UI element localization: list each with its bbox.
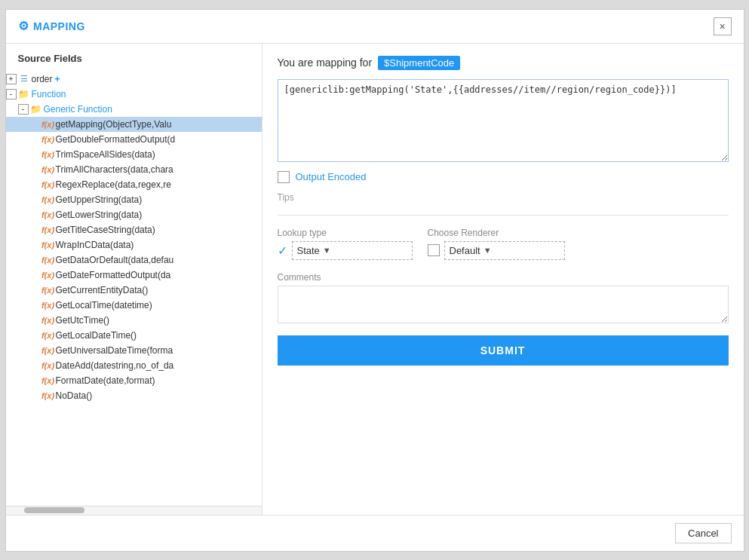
tree-label-function: Function <box>32 89 66 99</box>
modal-overlay: ⚙ MAPPING × Source Fields +☰order+-📁Func… <box>0 0 749 560</box>
tree-label-getLocalTime: GetLocalTime(datetime) <box>56 300 152 311</box>
tree-item-getCurrentEntityData[interactable]: f(x)GetCurrentEntityData() <box>6 283 262 298</box>
tree-item-getDateFormattedOutput[interactable]: f(x)GetDateFormattedOutput(da <box>6 268 262 283</box>
horizontal-scrollbar[interactable] <box>6 506 262 515</box>
comments-section: Comments <box>278 272 729 323</box>
tree-item-getMapping[interactable]: f(x)getMapping(ObjectType,Valu <box>6 117 262 132</box>
tree-item-generic-function[interactable]: -📁Generic Function <box>6 102 262 117</box>
submit-button[interactable]: SUBMIT <box>278 335 729 366</box>
tree-label-getCurrentEntityData: GetCurrentEntityData() <box>56 285 149 295</box>
tree-label-generic-function: Generic Function <box>44 104 112 115</box>
renderer-select[interactable]: Default ▼ <box>444 241 565 260</box>
output-encoded-row: Output Encoded <box>278 171 729 183</box>
lookup-type-select[interactable]: State ▼ <box>292 241 413 260</box>
folder-icon: 📁 <box>18 88 30 100</box>
tree-item-trimSpaceAllSides[interactable]: f(x)TrimSpaceAllSides(data) <box>6 147 262 162</box>
tree-label-getUtcTime: GetUtcTime() <box>56 315 110 326</box>
function-icon: f(x) <box>42 284 54 296</box>
renderer-value: Default <box>450 245 480 256</box>
tree-label-trimSpaceAllSides: TrimSpaceAllSides(data) <box>56 149 155 160</box>
function-icon: f(x) <box>42 360 54 372</box>
function-icon: f(x) <box>42 148 54 161</box>
tree-item-trimAllCharacters[interactable]: f(x)TrimAllCharacters(data,chara <box>6 162 262 177</box>
output-encoded-checkbox[interactable] <box>278 171 290 183</box>
renderer-checkbox[interactable] <box>428 244 440 256</box>
lines-icon: ☰ <box>18 73 30 85</box>
tree-item-getTitleCaseString[interactable]: f(x)GetTitleCaseString(data) <box>6 222 262 237</box>
mapping-textarea[interactable] <box>278 79 729 162</box>
tree-item-noData[interactable]: f(x)NoData() <box>6 388 262 403</box>
tree-item-dateAdd[interactable]: f(x)DateAdd(datestring,no_of_da <box>6 358 262 373</box>
modal-title-text: MAPPING <box>33 20 85 32</box>
function-icon: f(x) <box>42 390 54 402</box>
scrollbar-thumb <box>24 507 84 513</box>
tree-label-formatDate: FormatDate(date,format) <box>56 375 155 386</box>
lookup-type-value: State <box>297 245 320 256</box>
tree-label-getTitleCaseString: GetTitleCaseString(data) <box>56 225 155 235</box>
add-icon[interactable]: + <box>55 74 60 84</box>
function-icon: f(x) <box>42 344 54 357</box>
modal-footer: Cancel <box>6 515 744 551</box>
function-icon: f(x) <box>42 269 54 281</box>
tree-toggle-function[interactable]: - <box>6 89 17 99</box>
lookup-row: Lookup type ✓ State ▼ Choose Renderer <box>278 228 729 260</box>
modal: ⚙ MAPPING × Source Fields +☰order+-📁Func… <box>5 9 744 552</box>
mapping-header: You are mapping for $ShipmentCode <box>278 56 729 70</box>
mapping-for-label: You are mapping for <box>278 57 373 69</box>
right-panel: You are mapping for $ShipmentCode Output… <box>262 44 744 515</box>
source-fields-title: Source Fields <box>6 44 262 69</box>
tree-toggle-generic-function[interactable]: - <box>18 104 29 115</box>
tree-item-formatDate[interactable]: f(x)FormatDate(date,format) <box>6 373 262 388</box>
lookup-select-row: ✓ State ▼ <box>278 241 413 260</box>
tree-item-getLowerString[interactable]: f(x)GetLowerString(data) <box>6 207 262 222</box>
tree-label-getLowerString: GetLowerString(data) <box>56 210 143 220</box>
tree-item-getUtcTime[interactable]: f(x)GetUtcTime() <box>6 313 262 328</box>
tree-label-getDataOrDefault: GetDataOrDefault(data,defau <box>56 255 174 265</box>
function-icon: f(x) <box>42 118 54 130</box>
tree-label-wrapInCData: WrapInCData(data) <box>56 240 134 250</box>
function-icon: f(x) <box>42 299 54 311</box>
tree-label-order: order <box>32 74 53 84</box>
tree-item-function[interactable]: -📁Function <box>6 87 262 102</box>
tree-label-getLocalDateTime: GetLocalDateTime() <box>56 330 137 341</box>
tree-container[interactable]: +☰order+-📁Function-📁Generic Functionf(x)… <box>6 69 262 506</box>
tree-item-getDoubleFormattedOutput[interactable]: f(x)GetDoubleFormattedOutput(d <box>6 132 262 147</box>
tree-label-getDoubleFormattedOutput: GetDoubleFormattedOutput(d <box>56 134 176 145</box>
comments-label: Comments <box>278 272 729 283</box>
mapping-tag: $ShipmentCode <box>378 56 460 70</box>
tree-item-getLocalTime[interactable]: f(x)GetLocalTime(datetime) <box>6 298 262 313</box>
tree-label-getUniversalDateTime: GetUniversalDateTime(forma <box>56 345 173 356</box>
function-icon: f(x) <box>42 209 54 221</box>
cancel-button[interactable]: Cancel <box>675 523 731 543</box>
tree-label-getMapping: getMapping(ObjectType,Valu <box>56 119 172 130</box>
tree-item-regexReplace[interactable]: f(x)RegexReplace(data,regex,re <box>6 177 262 192</box>
tree-item-getDataOrDefault[interactable]: f(x)GetDataOrDefault(data,defau <box>6 252 262 268</box>
modal-header: ⚙ MAPPING × <box>6 10 744 44</box>
folder-icon: 📁 <box>30 103 42 115</box>
tree-item-order[interactable]: +☰order+ <box>6 72 262 87</box>
lookup-type-group: Lookup type ✓ State ▼ <box>278 228 413 260</box>
tree-label-trimAllCharacters: TrimAllCharacters(data,chara <box>56 164 173 175</box>
function-icon: f(x) <box>42 133 54 145</box>
function-icon: f(x) <box>42 375 54 387</box>
output-encoded-label: Output Encoded <box>296 171 367 182</box>
lookup-check-icon: ✓ <box>278 243 287 258</box>
modal-title: ⚙ MAPPING <box>18 19 85 33</box>
tree-label-regexReplace: RegexReplace(data,regex,re <box>56 179 171 190</box>
tree-label-dateAdd: DateAdd(datestring,no_of_da <box>56 360 174 371</box>
tree-item-getUpperString[interactable]: f(x)GetUpperString(data) <box>6 192 262 207</box>
tips-label: Tips <box>278 192 729 216</box>
left-panel: Source Fields +☰order+-📁Function-📁Generi… <box>6 44 262 515</box>
tree-toggle-order[interactable]: + <box>6 74 17 84</box>
function-icon: f(x) <box>42 194 54 206</box>
renderer-group: Choose Renderer Default ▼ <box>428 228 565 260</box>
renderer-arrow-icon: ▼ <box>483 246 492 255</box>
choose-renderer-label: Choose Renderer <box>428 228 565 238</box>
function-icon: f(x) <box>42 314 54 326</box>
lookup-type-label: Lookup type <box>278 228 413 238</box>
tree-item-wrapInCData[interactable]: f(x)WrapInCData(data) <box>6 237 262 252</box>
close-button[interactable]: × <box>714 17 732 35</box>
tree-item-getLocalDateTime[interactable]: f(x)GetLocalDateTime() <box>6 328 262 343</box>
comments-textarea[interactable] <box>278 286 729 323</box>
tree-item-getUniversalDateTime[interactable]: f(x)GetUniversalDateTime(forma <box>6 343 262 358</box>
